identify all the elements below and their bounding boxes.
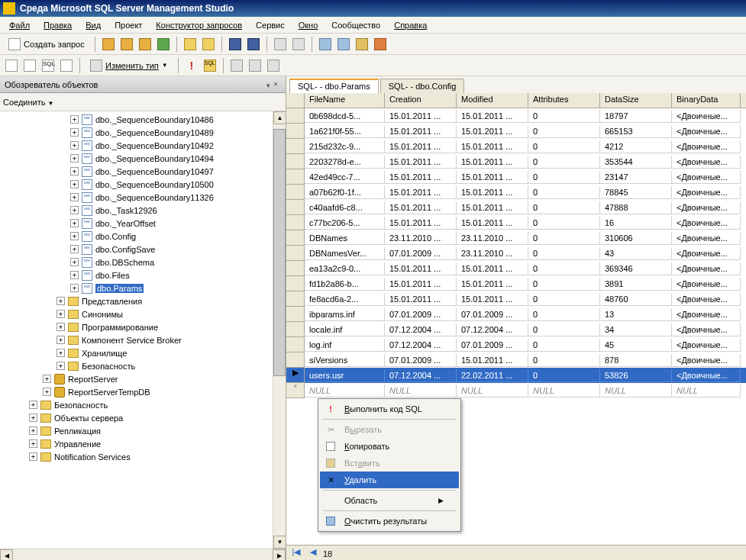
menu-help[interactable]: Справка	[388, 19, 433, 31]
cell[interactable]: <Двоичные...	[672, 171, 741, 184]
tree-node[interactable]: +dbo._Task12926	[0, 204, 273, 217]
cell[interactable]: 34	[600, 323, 672, 336]
cell[interactable]: <Двоичные...	[672, 232, 741, 245]
cell[interactable]: users.usr	[305, 369, 385, 382]
row-selector[interactable]	[286, 200, 305, 215]
expander-icon[interactable]: +	[57, 310, 65, 318]
tree-node[interactable]: +dbo._SequenceBoundary10492	[0, 139, 273, 152]
expander-icon[interactable]: +	[57, 297, 65, 305]
row-selector[interactable]	[286, 215, 305, 230]
cm-region[interactable]: Область ▶	[320, 492, 459, 509]
tree-node[interactable]: +dbo._SequenceBoundary10500	[0, 178, 273, 191]
tree-node[interactable]: +dbo._SequenceBoundary10494	[0, 152, 273, 165]
cm-paste[interactable]: Вставить	[320, 455, 459, 471]
cell[interactable]: a07b62f0-1f...	[305, 186, 385, 199]
cell[interactable]: 22.02.2011 ...	[457, 369, 528, 382]
cell[interactable]: fd1b2a86-b...	[305, 278, 385, 291]
expander-icon[interactable]: +	[70, 180, 79, 188]
cell[interactable]: 15.01.2011 ...	[457, 171, 528, 184]
menu-file[interactable]: Файл	[3, 19, 36, 31]
cell[interactable]: 0	[528, 293, 600, 306]
cell[interactable]: 0	[528, 247, 600, 260]
table-row[interactable]: log.inf07.12.2004 ...07.01.2009 ...045<Д…	[286, 337, 746, 352]
expander-icon[interactable]: +	[70, 154, 79, 163]
cell[interactable]: siVersions	[305, 354, 385, 367]
cm-delete[interactable]: ✕ Удалить	[320, 471, 459, 488]
table-row[interactable]: ibparams.inf07.01.2009 ...07.01.2009 ...…	[286, 307, 746, 322]
tree-node[interactable]: +Управление	[0, 437, 273, 450]
cell[interactable]: 2203278d-e...	[305, 156, 385, 169]
cell[interactable]: 0	[528, 278, 600, 291]
table-row[interactable]: fd1b2a86-b...15.01.2011 ...15.01.2011 ..…	[286, 276, 746, 291]
cell[interactable]: DBNames	[305, 232, 385, 245]
cell[interactable]: 4212	[600, 140, 672, 153]
cell[interactable]: <Двоичные...	[672, 339, 741, 352]
cell[interactable]: 48760	[600, 293, 672, 306]
toolbar2-btn-2[interactable]	[21, 57, 38, 74]
cell[interactable]: <Двоичные...	[672, 354, 741, 367]
cell[interactable]: 353544	[600, 156, 672, 169]
cell[interactable]: 07.12.2004 ...	[385, 339, 457, 352]
scroll-right-arrow[interactable]: ▶	[273, 549, 286, 560]
tab-config[interactable]: SQL- - dbo.Config	[380, 79, 465, 93]
cell[interactable]: 15.01.2011 ...	[457, 278, 528, 291]
tree-node[interactable]: +ReportServer	[0, 372, 273, 385]
cell[interactable]: 23.11.2010 ...	[457, 247, 528, 260]
create-query-button[interactable]: Создать запрос	[3, 36, 90, 53]
cell[interactable]: NULL	[305, 385, 385, 397]
toolbar-btn-13[interactable]	[354, 36, 370, 53]
tree-scrollbar-h[interactable]: ◀ ▶	[0, 549, 286, 560]
cell[interactable]: 1a621f0f-55...	[305, 125, 385, 138]
toolbar-btn-2[interactable]	[118, 36, 135, 53]
tree-scrollbar-v[interactable]: ▲ ▼	[273, 111, 286, 549]
cell[interactable]: 15.01.2011 ...	[385, 201, 457, 214]
cell[interactable]: 0	[528, 354, 600, 367]
cell[interactable]: 878	[600, 354, 672, 367]
cell[interactable]: <Двоичные...	[672, 369, 741, 382]
cell[interactable]: 0	[528, 140, 600, 153]
row-selector[interactable]	[286, 307, 305, 322]
expander-icon[interactable]: +	[57, 336, 65, 344]
cell[interactable]: 15.01.2011 ...	[457, 125, 528, 138]
cell[interactable]: 16	[600, 217, 672, 230]
cell[interactable]: 07.01.2009 ...	[385, 308, 457, 321]
menu-edit[interactable]: Правка	[37, 19, 78, 31]
cell[interactable]: ea13a2c9-0...	[305, 262, 385, 275]
tree-node[interactable]: +Репликация	[0, 424, 273, 437]
expander-icon[interactable]: +	[57, 349, 65, 357]
cell[interactable]: fe8acd6a-2...	[305, 293, 385, 306]
expander-icon[interactable]: +	[43, 375, 51, 383]
row-selector[interactable]: *	[286, 383, 305, 398]
tree-node[interactable]: +Хранилище	[0, 346, 273, 359]
expander-icon[interactable]: +	[57, 362, 65, 370]
table-row[interactable]: 42ed49cc-7...15.01.2011 ...15.01.2011 ..…	[286, 169, 746, 185]
toolbar-open-btn[interactable]	[182, 36, 199, 53]
cell[interactable]: 78845	[600, 186, 672, 199]
tree-node[interactable]: +Объекты сервера	[0, 411, 273, 424]
connect-button[interactable]: Соединить▼	[3, 98, 53, 107]
cell[interactable]: 07.12.2004 ...	[385, 323, 457, 336]
cell[interactable]: c77bc206-5...	[305, 217, 385, 230]
cell[interactable]: 07.01.2009 ...	[385, 354, 457, 367]
toolbar-btn-10[interactable]	[290, 36, 307, 53]
cell[interactable]: 15.01.2011 ...	[385, 278, 457, 291]
toolbar2-execute-btn[interactable]: !	[183, 57, 200, 74]
menu-community[interactable]: Сообщество	[325, 19, 386, 31]
expander-icon[interactable]: +	[29, 414, 37, 422]
row-selector[interactable]	[286, 246, 305, 261]
toolbar-btn-9[interactable]	[272, 36, 289, 53]
cell[interactable]: 07.01.2009 ...	[385, 247, 457, 260]
cell[interactable]: 07.12.2004 ...	[457, 323, 528, 336]
change-type-button[interactable]: Изменить тип ▼	[85, 57, 173, 74]
expander-icon[interactable]: +	[29, 452, 37, 461]
cell[interactable]: <Двоичные...	[672, 262, 741, 275]
cell[interactable]: 15.01.2011 ...	[457, 110, 528, 123]
cell[interactable]: 07.12.2004 ...	[385, 369, 457, 382]
expander-icon[interactable]: +	[70, 193, 79, 201]
cell[interactable]: 15.01.2011 ...	[385, 140, 457, 153]
cell[interactable]: <Двоичные...	[672, 308, 741, 321]
tree-node[interactable]: +dbo._YearOffset	[0, 217, 273, 230]
table-row[interactable]: siVersions07.01.2009 ...15.01.2011 ...08…	[286, 352, 746, 368]
cell[interactable]: <Двоичные...	[672, 217, 741, 230]
tree-node[interactable]: +dbo._SequenceBoundary10489	[0, 126, 273, 139]
